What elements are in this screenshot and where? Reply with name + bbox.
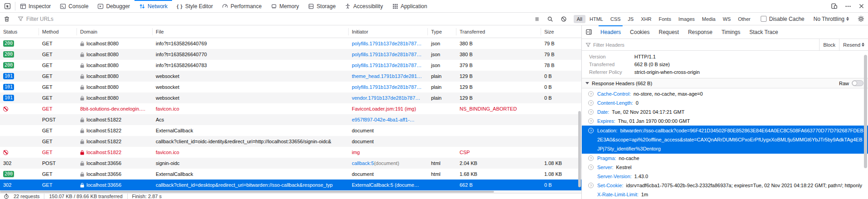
table-row[interactable]: GET localhost:51822 favicon.ico img CSP: [0, 147, 581, 158]
table-vertical-scrollbar[interactable]: [578, 111, 581, 187]
filter-other[interactable]: Other: [735, 15, 754, 23]
responsive-design-mode-button[interactable]: [827, 0, 841, 12]
header-row-selected[interactable]: ? Location:bitwarden://sso-callback?code…: [582, 126, 868, 154]
header-row[interactable]: ? Server:Kestrel: [582, 163, 868, 172]
initiator-link[interactable]: polyfills.1791b137de281b787…: [352, 52, 422, 57]
table-row[interactable]: 101 GET localhost:8080 websocket vendor.…: [0, 92, 581, 103]
tab-headers[interactable]: Headers: [596, 25, 625, 39]
header-name[interactable]: Content-Length:: [597, 100, 633, 106]
column-domain[interactable]: Domain: [77, 28, 153, 35]
disable-cache-checkbox[interactable]: [761, 16, 767, 22]
table-row[interactable]: GET localhost:51822 ExternalCallback doc…: [0, 125, 581, 136]
tab-application[interactable]: Application: [388, 0, 432, 12]
raw-toggle[interactable]: [852, 80, 863, 86]
tab-performance[interactable]: Performance: [217, 0, 266, 12]
header-row[interactable]: Server-Version:1.43.0: [582, 172, 868, 181]
initiator-link[interactable]: vendor.1791b137de281b787…: [352, 95, 420, 101]
table-row[interactable]: 200 GET localhost:8080 info?t=1635826640…: [0, 49, 581, 60]
tab-response[interactable]: Response: [683, 25, 717, 39]
header-name[interactable]: Expires:: [597, 118, 615, 124]
tab-inspector[interactable]: Inspector: [15, 0, 55, 12]
tab-stack-trace[interactable]: Stack Trace: [745, 25, 782, 39]
tab-request[interactable]: Request: [654, 25, 684, 39]
header-row[interactable]: ? Date:Tue, 02 Nov 2021 04:17:21 GMT: [582, 107, 868, 116]
help-icon[interactable]: ?: [588, 109, 594, 115]
response-headers-section[interactable]: Response Headers (662 B) Raw: [582, 78, 868, 88]
header-row[interactable]: ? Content-Length:0: [582, 98, 868, 107]
header-name[interactable]: Server-Version:: [597, 174, 632, 179]
header-name[interactable]: Location:: [597, 128, 618, 133]
filter-js[interactable]: JS: [625, 15, 637, 23]
table-row[interactable]: 200 GET localhost:8080 info?t=1635826640…: [0, 60, 581, 71]
header-name[interactable]: Date:: [597, 109, 609, 115]
table-horizontal-scrollbar[interactable]: [0, 190, 581, 193]
filter-media[interactable]: Media: [699, 15, 719, 23]
help-icon[interactable]: ?: [588, 165, 594, 170]
block-url-button[interactable]: Block: [819, 39, 839, 50]
column-transferred[interactable]: Transferred: [456, 28, 541, 35]
column-type[interactable]: Type: [428, 28, 456, 35]
tab-timings[interactable]: Timings: [717, 25, 745, 39]
header-name[interactable]: Pragma:: [597, 155, 616, 161]
filter-all[interactable]: All: [574, 15, 585, 23]
clear-requests-button[interactable]: [0, 13, 14, 25]
resend-button[interactable]: Resend: [839, 39, 868, 50]
tab-memory[interactable]: Memory: [266, 0, 303, 12]
initiator-link[interactable]: FaviconLoader.jsm:191 (img): [352, 106, 416, 112]
throttling-select[interactable]: No Throttling: [809, 16, 854, 22]
header-name[interactable]: Set-Cookie:: [597, 183, 623, 188]
header-name[interactable]: Cache-Control:: [597, 91, 631, 97]
initiator-link[interactable]: polyfills.1791b137de281b787…: [352, 84, 422, 90]
column-size[interactable]: Size: [541, 28, 581, 35]
header-row[interactable]: ? Set-Cookie:idsrv=adf6cba1-7075-402b-9e…: [582, 181, 868, 190]
initiator-link[interactable]: polyfills.1791b137de281b787…: [352, 41, 422, 46]
initiator-link[interactable]: callback:5: [352, 160, 374, 166]
initiator-link[interactable]: polyfills.1791b137de281b787…: [352, 63, 422, 68]
filter-xhr[interactable]: XHR: [638, 15, 654, 23]
column-initiator[interactable]: Initiator: [349, 28, 428, 35]
network-settings-button[interactable]: [854, 13, 868, 25]
tab-network[interactable]: Network: [134, 0, 172, 12]
table-row[interactable]: 200 GET localhost:8080 info?t=1635826640…: [0, 38, 581, 49]
column-method[interactable]: Method: [39, 28, 77, 35]
collapse-details-button[interactable]: [582, 25, 596, 39]
filter-headers-input[interactable]: [593, 42, 819, 48]
table-row[interactable]: GET 8bit-solutions-dev.onelogin…. favico…: [0, 103, 581, 114]
filter-urls-input[interactable]: [26, 16, 531, 22]
header-name[interactable]: Server:: [597, 165, 613, 170]
tab-console[interactable]: Console: [55, 0, 93, 12]
initiator-link[interactable]: theme_head.1791b137de281…: [352, 73, 422, 79]
initiator-link[interactable]: ExternalCallback:5 (docume…: [352, 182, 419, 188]
filter-css[interactable]: CSS: [607, 15, 624, 23]
request-blocking-button[interactable]: [557, 13, 571, 25]
header-row[interactable]: ? Cache-Control:no-store, no-cache, max-…: [582, 89, 868, 98]
table-row[interactable]: POST localhost:51822 Acs e957f897-042e-4…: [0, 114, 581, 125]
help-icon[interactable]: ?: [588, 100, 594, 106]
table-row[interactable]: 101 GET localhost:8080 websocket polyfil…: [0, 82, 581, 92]
initiator-link[interactable]: e957f897-042e-4ba1-aff1-…: [352, 117, 415, 122]
tab-storage[interactable]: Storage: [303, 0, 340, 12]
search-button[interactable]: [543, 13, 557, 25]
pause-recording-button[interactable]: [531, 13, 543, 25]
help-icon[interactable]: ?: [588, 155, 594, 161]
details-vertical-scrollbar[interactable]: [864, 55, 867, 168]
help-icon[interactable]: ?: [588, 118, 594, 124]
help-icon[interactable]: ?: [588, 183, 594, 188]
help-icon[interactable]: ?: [588, 91, 594, 97]
filter-fonts[interactable]: Fonts: [656, 15, 675, 23]
close-devtools-button[interactable]: [855, 0, 868, 12]
table-row[interactable]: 200 GET localhost:33656 ExternalCallback…: [0, 169, 581, 180]
header-row[interactable]: ? Expires:Thu, 01 Jan 1970 00:00:00 GMT: [582, 116, 868, 126]
tab-style-editor[interactable]: { } Style Editor: [172, 0, 217, 12]
tab-cookies[interactable]: Cookies: [625, 25, 654, 39]
scrollbar-thumb[interactable]: [0, 191, 494, 193]
tab-accessibility[interactable]: Accessibility: [340, 0, 387, 12]
column-file[interactable]: File: [153, 28, 349, 35]
toolbox-menu-button[interactable]: [841, 0, 855, 12]
tab-debugger[interactable]: Debugger: [93, 0, 134, 12]
table-row[interactable]: GET localhost:51822 callback?client_id=o…: [0, 136, 581, 147]
header-row[interactable]: ? Pragma:no-cache: [582, 154, 868, 163]
filter-images[interactable]: Images: [675, 15, 698, 23]
header-name[interactable]: X-Rate-Limit-Limit:: [597, 192, 638, 197]
table-row[interactable]: 302 POST localhost:33656 signin-oidc cal…: [0, 158, 581, 169]
